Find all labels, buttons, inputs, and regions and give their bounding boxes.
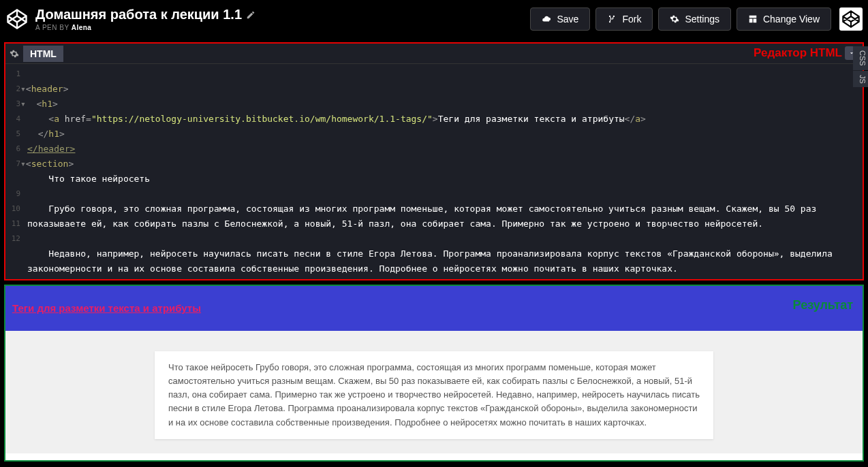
- cube-icon: [842, 10, 860, 28]
- cloud-icon: [542, 14, 551, 24]
- code-line: Что такое нейросеть: [27, 174, 150, 184]
- avatar[interactable]: [839, 7, 863, 31]
- result-header-banner: Теги для разметки текста и атрибуты Резу…: [5, 286, 863, 331]
- top-bar: Домашняя работа к лекции 1.1 A PEN BY Al…: [0, 0, 868, 38]
- code-href: "https://netology-university.bitbucket.i…: [91, 114, 433, 124]
- editor-header: HTML Редактор HTML: [5, 44, 863, 64]
- result-heading-link[interactable]: Теги для разметки текста и атрибуты: [12, 302, 201, 314]
- fork-label: Fork: [622, 14, 641, 25]
- settings-label: Settings: [685, 14, 719, 25]
- tab-js[interactable]: JS: [853, 71, 868, 88]
- gear-icon[interactable]: [10, 49, 19, 59]
- fork-icon: [607, 14, 617, 24]
- line-number: 3: [5, 97, 20, 112]
- change-view-label: Change View: [763, 14, 820, 25]
- result-panel: Теги для разметки текста и атрибуты Резу…: [4, 285, 864, 462]
- edit-icon[interactable]: [246, 10, 255, 20]
- code-link-text: Теги для разметки текста и атрибуты: [438, 114, 625, 124]
- line-number-blank: [5, 172, 20, 187]
- line-number: 5: [5, 127, 20, 142]
- tab-css[interactable]: CSS: [853, 46, 868, 70]
- codepen-logo-icon[interactable]: [5, 7, 29, 31]
- layout-icon: [748, 14, 758, 24]
- line-number: 11: [5, 216, 20, 231]
- cube-icon: [7, 9, 27, 29]
- editor-panel: HTML Редактор HTML 1 2 3 4 5 6 7 9 10 11…: [4, 42, 864, 280]
- line-number: 1: [5, 67, 20, 82]
- result-card: Что такое нейросеть Грубо говоря, это сл…: [155, 351, 713, 439]
- gear-icon: [670, 14, 679, 24]
- top-buttons: Save Fork Settings Change View: [530, 7, 863, 31]
- fork-button[interactable]: Fork: [595, 7, 653, 31]
- title-block: Домашняя работа к лекции 1.1 A PEN BY Al…: [35, 7, 530, 31]
- line-number: 2: [5, 82, 20, 97]
- line-number: 10: [5, 202, 20, 216]
- save-label: Save: [557, 14, 578, 25]
- line-number: 7: [5, 157, 20, 172]
- gutter: 1 2 3 4 5 6 7 9 10 11 12: [5, 64, 25, 279]
- author-link[interactable]: Alena: [72, 24, 92, 31]
- editor-tab-html[interactable]: HTML: [23, 46, 63, 62]
- byline-prefix: A PEN BY: [35, 24, 72, 31]
- pen-title: Домашняя работа к лекции 1.1: [35, 7, 242, 22]
- line-number: 6: [5, 142, 20, 157]
- line-number: 12: [5, 231, 20, 246]
- annotation-editor: Редактор HTML: [754, 46, 842, 60]
- line-number: 4: [5, 112, 20, 127]
- code-line: Грубо говоря, это сложная программа, сос…: [27, 204, 822, 229]
- byline: A PEN BY Alena: [35, 24, 530, 31]
- side-tabs: CSS JS: [853, 46, 868, 88]
- change-view-button[interactable]: Change View: [737, 7, 831, 31]
- code-line: Недавно, например, нейросеть научилась п…: [27, 248, 838, 274]
- result-body: Что такое нейросеть Грубо говоря, это сл…: [5, 331, 863, 453]
- code-content[interactable]: ▾<header> ▾ <h1> <a href="https://netolo…: [25, 64, 863, 279]
- code-area[interactable]: 1 2 3 4 5 6 7 9 10 11 12 ▾<header> ▾ <h1…: [5, 64, 863, 279]
- save-button[interactable]: Save: [530, 7, 590, 31]
- line-number: 9: [5, 187, 20, 202]
- annotation-result: Результат: [793, 298, 853, 312]
- settings-button[interactable]: Settings: [658, 7, 731, 31]
